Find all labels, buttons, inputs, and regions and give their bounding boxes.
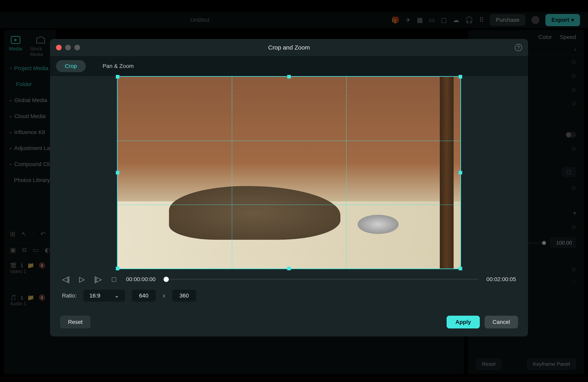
crop-handle-se[interactable] xyxy=(459,267,462,270)
crop-zoom-modal: Crop and Zoom ? Crop Pan & Zoom ◁ xyxy=(50,39,528,336)
next-frame-button[interactable]: |▷ xyxy=(94,275,102,284)
ratio-label: Ratio: xyxy=(62,292,77,299)
stop-button[interactable]: □ xyxy=(110,275,118,284)
help-icon[interactable]: ? xyxy=(515,44,522,51)
tab-crop[interactable]: Crop xyxy=(56,60,86,72)
cancel-button[interactable]: Cancel xyxy=(484,316,518,328)
crop-handle-e[interactable] xyxy=(459,171,462,174)
tab-pan-zoom[interactable]: Pan & Zoom xyxy=(94,60,143,72)
height-input[interactable]: 360 xyxy=(172,290,196,302)
apply-button[interactable]: Apply xyxy=(447,316,480,328)
dimension-separator: x xyxy=(163,292,165,299)
total-time: 00:02:00:05 xyxy=(486,276,516,283)
chevron-down-icon: ⌄ xyxy=(114,292,119,299)
video-preview xyxy=(118,77,461,268)
crop-handle-s[interactable] xyxy=(287,267,291,270)
crop-handle-ne[interactable] xyxy=(459,75,462,78)
crop-frame[interactable] xyxy=(117,76,461,269)
width-input[interactable]: 640 xyxy=(132,290,156,302)
prev-frame-button[interactable]: ◁| xyxy=(62,275,70,284)
crop-handle-n[interactable] xyxy=(287,75,291,78)
reset-button[interactable]: Reset xyxy=(60,316,91,328)
ratio-select[interactable]: 16:9 ⌄ xyxy=(84,289,125,302)
crop-handle-sw[interactable] xyxy=(116,267,119,270)
play-button[interactable]: ▷ xyxy=(78,275,86,284)
current-time: 00:00:00:00 xyxy=(126,276,156,283)
crop-handle-w[interactable] xyxy=(116,171,119,174)
crop-handle-nw[interactable] xyxy=(116,75,119,78)
time-scrubber[interactable] xyxy=(164,279,478,280)
modal-title: Crop and Zoom xyxy=(50,44,528,51)
